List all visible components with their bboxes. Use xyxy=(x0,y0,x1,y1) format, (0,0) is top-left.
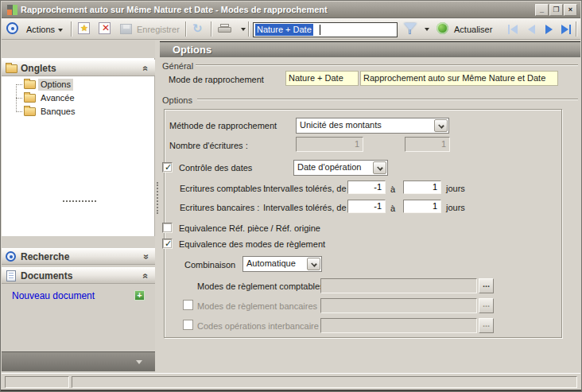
sidebar-item-avancee[interactable]: Avancée xyxy=(38,92,77,104)
actualiser-icon[interactable] xyxy=(436,22,448,34)
chevron-down-icon[interactable] xyxy=(434,119,448,132)
save-button[interactable]: Enregistrer xyxy=(137,25,180,34)
comptables-from-field[interactable]: -1 xyxy=(347,180,386,194)
new-document-button[interactable]: ★ xyxy=(78,22,90,34)
folder-icon xyxy=(6,64,17,73)
refresh-icon[interactable]: ↻ xyxy=(192,21,203,36)
status-bar xyxy=(2,373,580,390)
expand-section-icon[interactable]: « xyxy=(141,254,152,260)
equivalence-modes-checkbox[interactable]: ✓ xyxy=(162,239,173,249)
date-operation-combobox[interactable]: Date d'opération xyxy=(293,160,388,176)
toolbar-separator xyxy=(185,21,187,37)
collapse-section-icon[interactable]: « xyxy=(141,66,152,72)
close-button[interactable]: × xyxy=(564,4,577,16)
modes-comptables-field[interactable] xyxy=(320,278,477,293)
chevron-down-icon[interactable] xyxy=(307,258,320,270)
comptables-to-field[interactable]: 1 xyxy=(403,180,441,194)
modes-comptables-browse-button[interactable]: ... xyxy=(479,278,494,293)
toolbar: Actions ★ ✕ Enregistrer ↻ Nature + Date … xyxy=(2,18,580,40)
nav-first-button[interactable] xyxy=(510,25,518,34)
a-label: à xyxy=(390,204,395,213)
codes-interbancaire-browse-button: ... xyxy=(479,318,494,333)
recherche-section-header[interactable]: Recherche « xyxy=(2,248,155,265)
add-document-button[interactable]: + xyxy=(134,290,145,301)
delete-x-icon: ✕ xyxy=(102,22,110,33)
nav-last-button[interactable] xyxy=(561,25,568,34)
tree-guide-stub xyxy=(16,84,22,85)
general-group-rule xyxy=(196,64,578,66)
combinaison-combobox[interactable]: Automatique xyxy=(242,256,322,272)
status-cell-left xyxy=(5,376,69,388)
nav-previous-button[interactable] xyxy=(528,25,535,34)
app-icon xyxy=(7,5,17,15)
methode-label: Méthode de rapprochement xyxy=(169,121,277,130)
jours-label: jours xyxy=(446,203,465,212)
nombre-ecritures-label: Nombre d'écritures : xyxy=(169,141,248,150)
intervalles-label: Intervalles tolérés, de xyxy=(263,203,347,212)
print-button[interactable] xyxy=(218,24,231,34)
modes-bancaires-browse-button: ... xyxy=(479,298,494,313)
options-group-rule xyxy=(197,99,578,100)
chevron-down-icon xyxy=(58,29,63,32)
mode-search-combobox[interactable]: Nature + Date xyxy=(253,22,398,37)
combinaison-label: Combinaison xyxy=(184,260,235,270)
codes-interbancaire-label: Codes opérations interbancaire xyxy=(197,321,319,331)
collapse-section-icon[interactable]: « xyxy=(141,274,152,279)
tree-guide-stub xyxy=(16,98,22,99)
nouveau-document-link[interactable]: Nouveau document xyxy=(12,290,95,301)
documents-section-header[interactable]: Documents « xyxy=(2,267,155,284)
chevron-down-icon[interactable] xyxy=(373,161,386,174)
toolbar-separator xyxy=(71,21,72,37)
sidebar-item-options[interactable]: Options xyxy=(38,79,73,91)
sidebar-splitter[interactable] xyxy=(155,41,160,373)
combobox-selected-text: Nature + Date xyxy=(255,24,313,36)
folder-icon xyxy=(24,94,36,103)
nav-first-bar xyxy=(508,25,510,34)
mode-rapprochement-label: Mode de rapprochement xyxy=(169,75,264,84)
delete-button[interactable]: ✕ xyxy=(99,22,111,34)
toolbar-separator xyxy=(248,21,250,37)
maximize-button[interactable]: ❐ xyxy=(549,4,563,16)
main-panel-header: Options xyxy=(160,41,580,57)
modes-bancaires-label: Modes de règlement bancaires xyxy=(197,301,317,311)
ecritures-bancaires-label: Ecritures bancaires : xyxy=(180,203,259,212)
minimize-button[interactable]: _ xyxy=(535,4,549,16)
toolbar-separator xyxy=(211,21,212,37)
codes-interbancaire-field xyxy=(320,318,477,333)
new-star-icon: ★ xyxy=(80,23,88,33)
nav-last-bar xyxy=(569,25,571,34)
ecritures-comptables-label: Ecritures comptables : xyxy=(180,184,266,193)
bancaires-to-field[interactable]: 1 xyxy=(403,200,441,213)
actions-target-icon[interactable] xyxy=(6,22,18,34)
toolbar-separator xyxy=(576,21,577,37)
controle-dates-checkbox[interactable]: ✓ xyxy=(162,162,173,173)
modes-bancaires-field xyxy=(320,298,477,313)
save-icon xyxy=(120,24,132,34)
folder-icon xyxy=(24,107,36,116)
document-icon xyxy=(6,270,16,281)
title-bar: Rapprochement auto sur Même Nature et Da… xyxy=(2,2,580,18)
sidebar-horizontal-splitter[interactable] xyxy=(63,200,96,202)
status-cell-right xyxy=(72,376,577,388)
nav-next-button[interactable] xyxy=(545,25,553,34)
nombre-field-1: 1 xyxy=(296,137,363,152)
modes-comptables-label: Modes de règlement comptables xyxy=(197,281,324,291)
text-caret xyxy=(320,25,320,35)
filter-funnel-stem xyxy=(409,29,411,34)
print-dropdown-icon[interactable] xyxy=(241,28,246,31)
bancaires-from-field[interactable]: -1 xyxy=(347,200,386,213)
actions-menu-button[interactable]: Actions xyxy=(26,25,63,34)
sidebar-footer-bar[interactable] xyxy=(2,351,155,371)
equivalence-ref-checkbox[interactable] xyxy=(162,223,173,233)
window-bottom-edge xyxy=(1,390,581,391)
actualiser-button[interactable]: Actualiser xyxy=(454,25,492,34)
onglets-section-header[interactable]: Onglets « xyxy=(2,60,155,76)
general-group-label: Général xyxy=(162,61,193,71)
equivalence-ref-label: Equivalence Réf. pièce / Réf. origine xyxy=(179,223,320,233)
filter-dropdown-icon[interactable] xyxy=(425,28,429,31)
sidebar-item-banques[interactable]: Banques xyxy=(38,106,77,118)
window-title: Rapprochement auto sur Même Nature et Da… xyxy=(21,5,328,14)
methode-combobox[interactable]: Unicité des montants xyxy=(296,118,449,134)
recherche-target-icon xyxy=(6,251,16,262)
mode-value-field: Nature + Date xyxy=(285,71,359,86)
